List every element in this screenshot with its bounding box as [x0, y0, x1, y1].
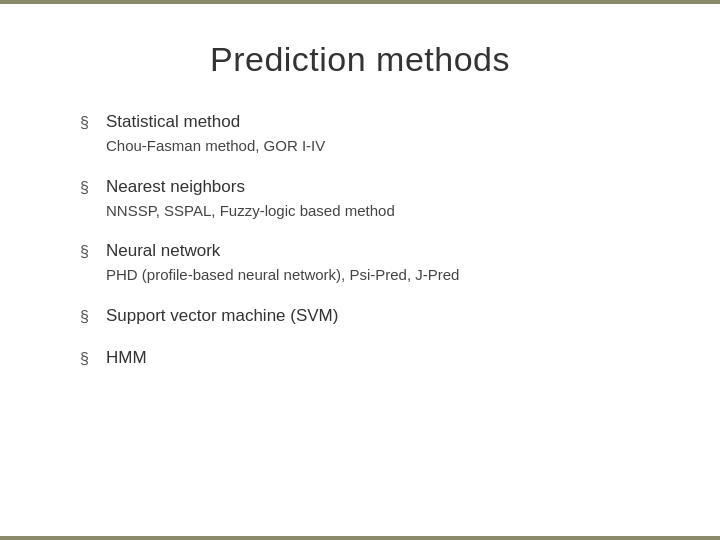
- bullet-text-neural-network: Neural network: [106, 238, 220, 264]
- bullet-group-svm: § Support vector machine (SVM): [80, 303, 660, 329]
- bullet-group-hmm: § HMM: [80, 345, 660, 371]
- bullet-sub-neural-network: PHD (profile-based neural network), Psi-…: [80, 264, 660, 287]
- bullet-icon-hmm: §: [80, 347, 94, 371]
- bullet-main-hmm: § HMM: [80, 345, 660, 371]
- spacer-2: [80, 228, 660, 234]
- bullet-text-nearest-neighbors: Nearest neighbors: [106, 174, 245, 200]
- bullet-group-nearest-neighbors: § Nearest neighbors NNSSP, SSPAL, Fuzzy-…: [80, 174, 660, 223]
- bullet-text-statistical: Statistical method: [106, 109, 240, 135]
- slide-title: Prediction methods: [60, 40, 660, 79]
- bullet-main-statistical: § Statistical method: [80, 109, 660, 135]
- bullet-group-statistical: § Statistical method Chou-Fasman method,…: [80, 109, 660, 158]
- bottom-border: [0, 536, 720, 540]
- bullet-main-neural-network: § Neural network: [80, 238, 660, 264]
- bullet-main-nearest-neighbors: § Nearest neighbors: [80, 174, 660, 200]
- bullet-icon-neural-network: §: [80, 240, 94, 264]
- title-area: Prediction methods: [60, 0, 660, 109]
- bullet-main-svm: § Support vector machine (SVM): [80, 303, 660, 329]
- bullet-sub-statistical: Chou-Fasman method, GOR I-IV: [80, 135, 660, 158]
- content-area: § Statistical method Chou-Fasman method,…: [60, 109, 660, 373]
- bullet-text-hmm: HMM: [106, 345, 147, 371]
- bullet-icon-statistical: §: [80, 111, 94, 135]
- spacer-4: [80, 335, 660, 341]
- bullet-sub-nearest-neighbors: NNSSP, SSPAL, Fuzzy-logic based method: [80, 200, 660, 223]
- bullet-group-neural-network: § Neural network PHD (profile-based neur…: [80, 238, 660, 287]
- bullet-icon-svm: §: [80, 305, 94, 329]
- top-border: [0, 0, 720, 4]
- slide: Prediction methods § Statistical method …: [0, 0, 720, 540]
- bullet-text-svm: Support vector machine (SVM): [106, 303, 338, 329]
- spacer-1: [80, 164, 660, 170]
- spacer-3: [80, 293, 660, 299]
- bullet-icon-nearest-neighbors: §: [80, 176, 94, 200]
